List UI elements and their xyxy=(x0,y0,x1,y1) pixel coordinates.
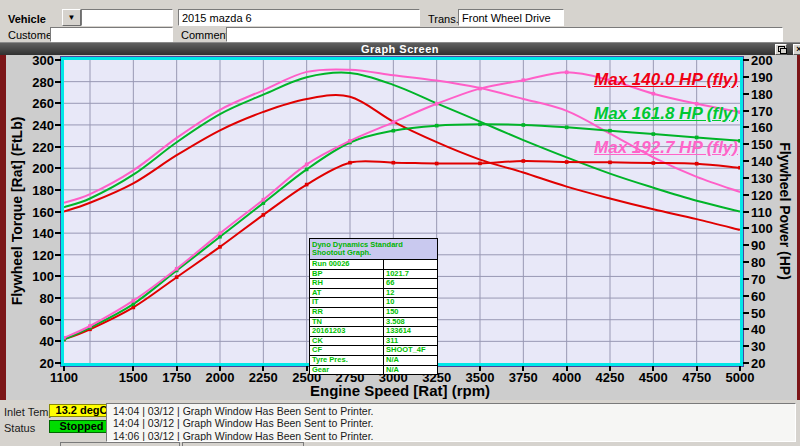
table-cell-value: N/A xyxy=(384,366,437,375)
table-row: Tyre Pres.N/A xyxy=(310,356,437,366)
power-tick-label: 90 xyxy=(751,238,787,253)
rpm-tick-label: 3750 xyxy=(501,370,545,385)
legend-entry: Max 140.0 HP (fly) xyxy=(594,63,738,97)
torque-tick-mark xyxy=(55,211,61,213)
torque-tick-mark xyxy=(55,59,61,61)
power-tick-label: 50 xyxy=(751,306,787,321)
table-cell-key: CK xyxy=(310,337,384,346)
table-cell-key: Run 00026 xyxy=(310,260,384,269)
table-cell-value: 311 xyxy=(384,337,437,346)
table-row: BP1021.7 xyxy=(310,270,437,280)
table-row: Run 00026 xyxy=(310,260,437,270)
table-cell-value: SHOOT_4F xyxy=(384,346,437,355)
trans-input[interactable] xyxy=(458,9,564,26)
vehicle-select-input[interactable] xyxy=(81,9,173,26)
power-tick-mark xyxy=(743,93,749,95)
torque-tick-mark xyxy=(55,275,61,277)
torque-tick-label: 120 xyxy=(18,248,54,263)
customer-label: Customer xyxy=(8,29,56,41)
trans-label: Trans. xyxy=(428,13,459,25)
torque-tick-label: 140 xyxy=(18,226,54,241)
bottom-tab-2[interactable] xyxy=(182,442,304,446)
table-row: IT10 xyxy=(310,298,437,308)
table-cell-key: Tyre Pres. xyxy=(310,356,384,365)
table-row: 20161203133614 xyxy=(310,327,437,337)
table-cell-key: AT xyxy=(310,289,384,298)
table-row: CFSHOOT_4F xyxy=(310,346,437,356)
power-tick-mark xyxy=(743,110,749,112)
torque-tick-label: 20 xyxy=(18,356,54,371)
power-tick-label: 60 xyxy=(751,289,787,304)
rpm-tick-label: 3500 xyxy=(458,370,502,385)
comment-label: Comment xyxy=(181,29,229,41)
table-row: RR150 xyxy=(310,308,437,318)
table-cell-key: Gear xyxy=(310,366,384,375)
table-cell-key: TN xyxy=(310,318,384,327)
torque-tick-mark xyxy=(55,102,61,104)
table-cell-value: 150 xyxy=(384,308,437,317)
power-tick-mark xyxy=(743,126,749,128)
table-cell-key: IT xyxy=(310,298,384,307)
torque-tick-mark xyxy=(55,254,61,256)
table-row: TN3.508 xyxy=(310,318,437,328)
power-tick-mark xyxy=(743,76,749,78)
comment-input[interactable] xyxy=(226,27,783,42)
log-line: 14:04 | 03/12 | Graph Window Has Been Se… xyxy=(113,417,795,429)
rpm-tick-label: 1500 xyxy=(111,370,155,385)
dyno-app-window: Vehicle ▼ Trans. Customer Comment Graph … xyxy=(0,0,800,446)
rpm-tick-label: 4250 xyxy=(588,370,632,385)
vehicle-name-input[interactable] xyxy=(178,9,420,26)
info-table-header: Dyno Dynamics Standard Shootout Graph. xyxy=(310,239,437,260)
close-button[interactable]: × xyxy=(793,44,800,55)
power-tick-label: 80 xyxy=(751,255,787,270)
close-icon: × xyxy=(796,44,800,54)
status-bar: Inlet Temp 13.2 degC Status Stopped 14:0… xyxy=(0,400,800,446)
log-line: 14:04 | 03/12 | Graph Window Has Been Se… xyxy=(113,405,795,417)
power-tick-mark xyxy=(743,261,749,263)
rpm-tick-label: 2000 xyxy=(198,370,242,385)
customer-input[interactable] xyxy=(50,27,173,42)
printer-log: 14:04 | 03/12 | Graph Window Has Been Se… xyxy=(106,403,796,442)
torque-tick-mark xyxy=(55,189,61,191)
torque-tick-label: 200 xyxy=(18,161,54,176)
table-cell-value: N/A xyxy=(384,356,437,365)
table-row: RH66 xyxy=(310,279,437,289)
power-tick-mark xyxy=(743,143,749,145)
power-tick-label: 70 xyxy=(751,272,787,287)
power-tick-label: 140 xyxy=(751,154,787,169)
torque-tick-label: 280 xyxy=(18,75,54,90)
power-tick-mark xyxy=(743,328,749,330)
power-tick-label: 130 xyxy=(751,171,787,186)
rpm-tick-label: 4500 xyxy=(631,370,675,385)
torque-tick-label: 240 xyxy=(18,118,54,133)
table-cell-value xyxy=(384,260,437,269)
power-tick-label: 20 xyxy=(751,356,787,371)
torque-tick-label: 40 xyxy=(18,334,54,349)
torque-tick-mark xyxy=(55,319,61,321)
chevron-down-icon: ▼ xyxy=(68,13,76,22)
power-tick-mark xyxy=(743,227,749,229)
power-tick-mark xyxy=(743,362,749,364)
power-tick-mark xyxy=(743,312,749,314)
power-tick-label: 110 xyxy=(751,205,787,220)
torque-tick-mark xyxy=(55,167,61,169)
table-cell-value: 66 xyxy=(384,279,437,288)
power-tick-label: 160 xyxy=(751,120,787,135)
torque-tick-mark xyxy=(55,124,61,126)
bottom-tab-1[interactable] xyxy=(60,442,180,446)
rpm-tick-label: 1100 xyxy=(42,370,86,385)
torque-tick-label: 220 xyxy=(18,140,54,155)
table-cell-key: 20161203 xyxy=(310,327,384,336)
table-row: CK311 xyxy=(310,337,437,347)
torque-tick-label: 300 xyxy=(18,53,54,68)
vehicle-dropdown-button[interactable]: ▼ xyxy=(62,9,81,26)
graph-window-titlebar[interactable]: Graph Screen × xyxy=(0,42,800,55)
torque-tick-mark xyxy=(55,232,61,234)
table-cell-value: 133614 xyxy=(384,327,437,336)
table-cell-value: 3.508 xyxy=(384,318,437,327)
power-tick-label: 30 xyxy=(751,339,787,354)
torque-tick-mark xyxy=(55,297,61,299)
power-tick-mark xyxy=(743,345,749,347)
torque-tick-label: 260 xyxy=(18,96,54,111)
torque-tick-mark xyxy=(55,81,61,83)
